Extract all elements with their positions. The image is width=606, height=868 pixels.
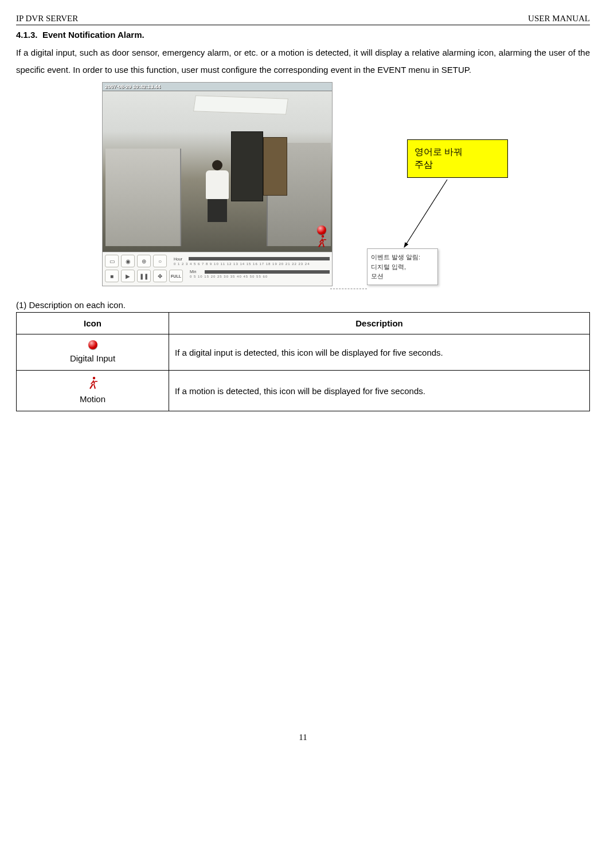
digital-input-icon <box>317 225 326 235</box>
min-scale: Min 0 5 10 15 20 25 30 35 40 45 50 55 60 <box>185 270 330 282</box>
th-desc: Description <box>169 313 590 334</box>
circle-icon[interactable]: ○ <box>153 255 167 267</box>
th-icon: Icon <box>17 313 169 334</box>
pause-icon[interactable]: ❚❚ <box>137 270 151 282</box>
mic-icon[interactable]: ◉ <box>121 255 135 267</box>
tooltip-line3: 모션 <box>371 271 434 281</box>
min-ticks: 0 5 10 15 20 25 30 35 40 45 50 55 60 <box>190 275 330 278</box>
page-number: 11 <box>16 733 590 742</box>
hour-bar[interactable] <box>189 257 330 260</box>
section-number: 4.1.3. <box>16 30 38 40</box>
section-heading: 4.1.3. Event Notification Alarm. <box>16 30 590 40</box>
section-title: Event Notification Alarm. <box>42 30 144 40</box>
dotted-leader <box>330 289 367 289</box>
table-row: Motion If a motion is detected, this ico… <box>17 371 590 411</box>
hour-ticks: 0 1 2 3 4 5 6 7 8 9 10 11 12 13 14 15 16… <box>174 262 330 266</box>
svg-point-3 <box>92 377 95 379</box>
motion-icon <box>316 235 327 248</box>
play-icon[interactable]: ▶ <box>121 270 135 282</box>
control-row-1: ▭ ◉ ⊕ ○ Hour 0 1 2 3 4 5 6 7 8 9 10 11 1… <box>103 252 332 268</box>
door-wood <box>263 137 287 196</box>
desc-cell: If a digital input is detected, this ico… <box>169 334 590 371</box>
ceiling-light <box>193 95 288 115</box>
motion-icon <box>87 376 99 390</box>
globe-icon[interactable]: ⊕ <box>137 255 151 267</box>
tooltip-box: 이벤트 발생 알림: 디지털 입력, 모션 <box>367 248 438 285</box>
svg-point-0 <box>322 235 324 238</box>
icon-cell-digital-input: Digital Input <box>17 334 169 371</box>
icon-label: Motion <box>80 394 105 404</box>
icon-description-table: Icon Description Digital Input If a digi… <box>16 312 590 411</box>
subheading: (1) Description on each icon. <box>16 300 590 310</box>
move-icon[interactable]: ✥ <box>153 270 167 282</box>
full-button[interactable]: FULL <box>169 270 183 282</box>
tooltip-line1: 이벤트 발생 알림: <box>371 252 434 262</box>
sticky-line2: 주삼 <box>415 158 501 171</box>
dvr-screenshot: 2007-08-29 10:42:13.44 ▭ ◉ ⊕ ○ <box>102 82 333 286</box>
intro-paragraph: If a digital input, such as door sensor,… <box>16 44 590 79</box>
sticky-line1: 영어로 바꿔 <box>415 146 501 158</box>
arrow-line <box>373 174 464 254</box>
camera-icon[interactable]: ▭ <box>105 255 119 267</box>
min-label: Min <box>190 270 202 274</box>
alarm-overlay <box>316 225 327 248</box>
hour-scale: Hour 0 1 2 3 4 5 6 7 8 9 10 11 12 13 14 … <box>169 257 330 266</box>
figure-row: 2007-08-29 10:42:13.44 ▭ ◉ ⊕ ○ <box>16 82 590 286</box>
svg-line-2 <box>404 180 447 247</box>
desc-cell: If a motion is detected, this icon will … <box>169 371 590 411</box>
sticky-note: 영어로 바꿔 주삼 <box>407 139 508 178</box>
header-right: USER MANUAL <box>528 14 590 24</box>
icon-label: Digital Input <box>70 353 115 363</box>
stop-icon[interactable]: ■ <box>105 270 119 282</box>
person-walking <box>204 160 231 223</box>
page-header: IP DVR SERVER USER MANUAL <box>16 14 590 25</box>
digital-input-icon <box>88 340 97 349</box>
table-row: Digital Input If a digital input is dete… <box>17 334 590 371</box>
cctv-view <box>103 91 332 252</box>
header-left: IP DVR SERVER <box>16 14 78 24</box>
door-dark <box>231 131 263 201</box>
control-row-2: ■ ▶ ❚❚ ✥ FULL Min 0 5 10 15 20 25 30 35 … <box>103 268 332 286</box>
min-bar[interactable] <box>205 270 330 274</box>
timestamp-overlay: 2007-08-29 10:42:13.44 <box>103 83 332 91</box>
partition-left <box>105 149 181 246</box>
icon-cell-motion: Motion <box>17 371 169 411</box>
tooltip-line2: 디지털 입력, <box>371 262 434 272</box>
hour-label: Hour <box>174 257 186 261</box>
